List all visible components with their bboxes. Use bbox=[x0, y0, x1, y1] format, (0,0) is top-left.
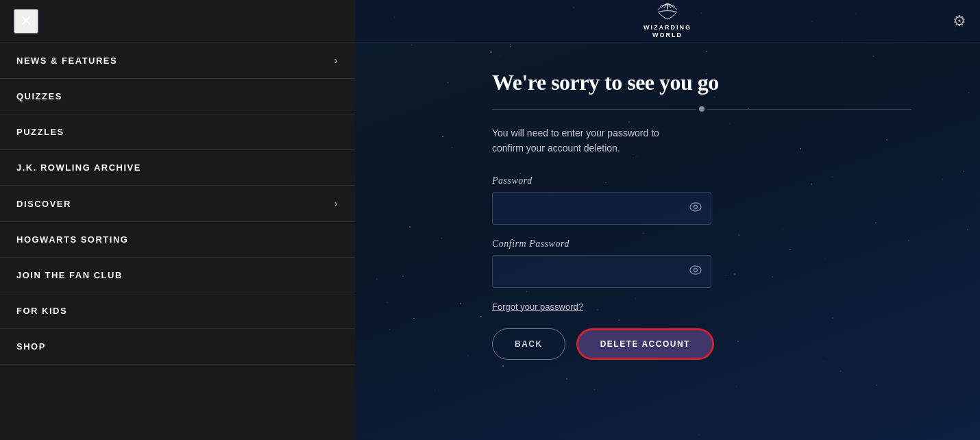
buttons-row: BACK DELETE ACCOUNT bbox=[492, 328, 911, 360]
password-label: Password bbox=[492, 175, 911, 186]
sidebar-item-quizzes[interactable]: QUIZZES bbox=[0, 79, 355, 114]
confirm-password-input[interactable] bbox=[492, 255, 711, 288]
sidebar-item-shop[interactable]: SHOP bbox=[0, 329, 355, 365]
sidebar-item-label: NEWS & FEATURES bbox=[16, 56, 117, 66]
sidebar-item-news-features[interactable]: NEWS & FEATURES› bbox=[0, 42, 355, 79]
svg-line-6 bbox=[667, 3, 677, 10]
svg-line-5 bbox=[658, 3, 667, 10]
page-title: We're sorry to see you go bbox=[492, 70, 911, 95]
sidebar-item-label: HOGWARTS SORTING bbox=[16, 234, 128, 245]
password-eye-icon[interactable] bbox=[689, 202, 702, 215]
svg-point-7 bbox=[690, 203, 701, 211]
main-content: WIZARDINGWORLD ⚙ We're sorry to see you … bbox=[355, 0, 980, 440]
sidebar: ✕ NEWS & FEATURES›QUIZZESPUZZLESJ.K. ROW… bbox=[0, 0, 355, 440]
sidebar-item-label: DISCOVER bbox=[16, 199, 71, 209]
divider bbox=[492, 106, 911, 112]
close-button[interactable]: ✕ bbox=[14, 9, 38, 34]
svg-point-8 bbox=[694, 205, 698, 208]
sidebar-item-jk-rowling[interactable]: J.K. ROWLING ARCHIVE bbox=[0, 150, 355, 186]
password-field-wrapper bbox=[492, 192, 711, 225]
form-area: We're sorry to see you go You will need … bbox=[355, 42, 980, 440]
sidebar-item-label: PUZZLES bbox=[16, 127, 64, 137]
svg-point-10 bbox=[694, 268, 698, 271]
subtitle: You will need to enter your password toc… bbox=[492, 125, 911, 156]
chevron-right-icon: › bbox=[334, 198, 339, 209]
sidebar-item-join-fan-club[interactable]: JOIN THE FAN CLUB bbox=[0, 258, 355, 293]
password-input[interactable] bbox=[492, 192, 711, 225]
confirm-password-field-wrapper bbox=[492, 255, 711, 288]
sidebar-item-label: QUIZZES bbox=[16, 91, 62, 101]
logo-icon bbox=[655, 3, 680, 24]
chevron-right-icon: › bbox=[334, 55, 339, 66]
sidebar-item-label: SHOP bbox=[16, 341, 46, 352]
sidebar-item-discover[interactable]: DISCOVER› bbox=[0, 186, 355, 222]
sidebar-item-label: JOIN THE FAN CLUB bbox=[16, 270, 123, 280]
sidebar-item-label: J.K. ROWLING ARCHIVE bbox=[16, 162, 141, 173]
svg-point-9 bbox=[690, 266, 701, 274]
confirm-eye-icon[interactable] bbox=[689, 265, 702, 278]
sidebar-nav: NEWS & FEATURES›QUIZZESPUZZLESJ.K. ROWLI… bbox=[0, 42, 355, 365]
divider-dot bbox=[699, 106, 705, 112]
sidebar-item-puzzles[interactable]: PUZZLES bbox=[0, 114, 355, 150]
sidebar-item-hogwarts-sorting[interactable]: HOGWARTS SORTING bbox=[0, 222, 355, 258]
delete-account-button[interactable]: DELETE ACCOUNT bbox=[576, 328, 714, 360]
confirm-password-label: Confirm Password bbox=[492, 239, 911, 249]
logo-text: WIZARDINGWORLD bbox=[644, 24, 691, 39]
logo: WIZARDINGWORLD bbox=[644, 3, 691, 39]
sidebar-item-for-kids[interactable]: FOR KIDS bbox=[0, 293, 355, 329]
back-button[interactable]: BACK bbox=[492, 328, 565, 360]
settings-icon[interactable]: ⚙ bbox=[953, 12, 966, 30]
top-bar: WIZARDINGWORLD ⚙ bbox=[355, 0, 980, 42]
forgot-password-link[interactable]: Forgot your password? bbox=[492, 302, 911, 312]
sidebar-item-label: FOR KIDS bbox=[16, 306, 67, 316]
sidebar-header: ✕ bbox=[0, 0, 355, 42]
